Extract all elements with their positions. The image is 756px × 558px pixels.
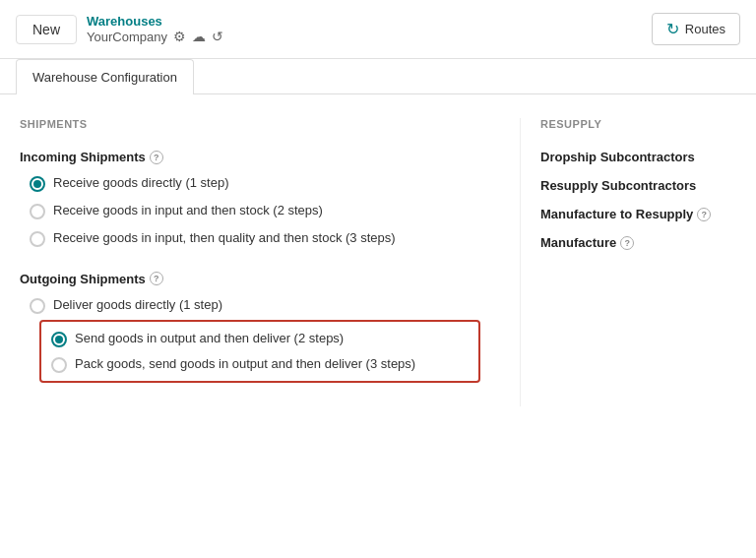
breadcrumb: Warehouses YourCompany ⚙ ☁ ↺ [87,14,223,44]
incoming-option-2[interactable]: Receive goods in input, then quality and… [30,229,480,247]
outgoing-option-0[interactable]: Deliver goods directly (1 step) [30,296,480,314]
incoming-option-1[interactable]: Receive goods in input and then stock (2… [30,202,480,219]
radio-outer [51,332,67,347]
radio-wrap [51,332,67,347]
header-right: ↻ Routes [652,13,740,45]
incoming-option-0[interactable]: Receive goods directly (1 step) [30,174,480,192]
shipments-section: SHIPMENTS Incoming Shipments ? Receive g… [20,118,520,406]
breadcrumb-sub: YourCompany ⚙ ☁ ↺ [87,29,223,44]
radio-wrap [30,298,45,314]
outgoing-shipments-group: Outgoing Shipments ? Deliver goods direc… [20,272,480,384]
radio-inner [33,180,41,188]
outgoing-help-icon[interactable]: ? [150,272,163,285]
resupply-item-2: Manufacture to Resupply ? [540,207,736,221]
resupply-help-icon-3[interactable]: ? [620,236,634,250]
settings-icon[interactable]: ⚙ [173,29,186,44]
radio-wrap [30,204,45,219]
resupply-title: RESUPPLY [540,118,736,130]
option-text: Receive goods in input and then stock (2… [53,202,323,219]
incoming-shipments-group: Incoming Shipments ? Receive goods direc… [20,150,480,248]
outgoing-option-2[interactable]: Pack goods, send goods in output and the… [51,355,469,373]
option-text: Pack goods, send goods in output and the… [75,355,415,373]
outgoing-highlighted-box: Send goods in output and then deliver (2… [39,320,480,383]
undo-icon[interactable]: ↺ [212,29,223,44]
resupply-label-0: Dropship Subcontractors [540,150,736,164]
tabs-bar: Warehouse Configuration [0,59,756,94]
option-text: Receive goods in input, then quality and… [53,229,396,247]
refresh-icon: ↻ [666,20,679,38]
resupply-section: RESUPPLY Dropship Subcontractors Resuppl… [520,118,736,406]
incoming-shipments-label: Incoming Shipments ? [20,150,480,164]
option-text: Receive goods directly (1 step) [53,174,228,192]
resupply-label-3: Manufacture ? [540,235,736,250]
new-button[interactable]: New [16,15,77,44]
radio-wrap [51,357,67,373]
routes-button[interactable]: ↻ Routes [652,13,740,45]
shipments-title: SHIPMENTS [20,118,480,130]
company-name: YourCompany [87,30,167,44]
outgoing-options: Deliver goods directly (1 step) Send goo… [30,296,480,384]
radio-wrap [30,231,45,247]
resupply-item-3: Manufacture ? [540,235,736,250]
resupply-label-1: Resupply Subcontractors [540,178,736,193]
incoming-options: Receive goods directly (1 step) Receive … [30,174,480,248]
outgoing-option-1[interactable]: Send goods in output and then deliver (2… [51,330,469,347]
radio-wrap [30,176,45,192]
resupply-item-0: Dropship Subcontractors [540,150,736,164]
radio-outer [30,204,45,219]
header: New Warehouses YourCompany ⚙ ☁ ↺ ↻ Route… [0,0,756,59]
upload-icon[interactable]: ☁ [192,29,206,44]
tab-warehouse-configuration[interactable]: Warehouse Configuration [16,59,194,94]
resupply-help-icon-2[interactable]: ? [697,208,711,221]
resupply-item-1: Resupply Subcontractors [540,178,736,193]
resupply-label-2: Manufacture to Resupply ? [540,207,736,221]
radio-outer [30,176,45,192]
option-text: Deliver goods directly (1 step) [53,296,222,314]
radio-outer [51,357,67,373]
radio-outer [30,298,45,314]
radio-outer [30,231,45,247]
header-left: New Warehouses YourCompany ⚙ ☁ ↺ [16,14,223,44]
outgoing-shipments-label: Outgoing Shipments ? [20,272,480,286]
content: SHIPMENTS Incoming Shipments ? Receive g… [0,94,756,430]
routes-label: Routes [685,22,725,36]
option-text: Send goods in output and then deliver (2… [75,330,344,347]
breadcrumb-title[interactable]: Warehouses [87,14,223,29]
radio-inner [55,336,63,343]
incoming-help-icon[interactable]: ? [150,151,163,164]
